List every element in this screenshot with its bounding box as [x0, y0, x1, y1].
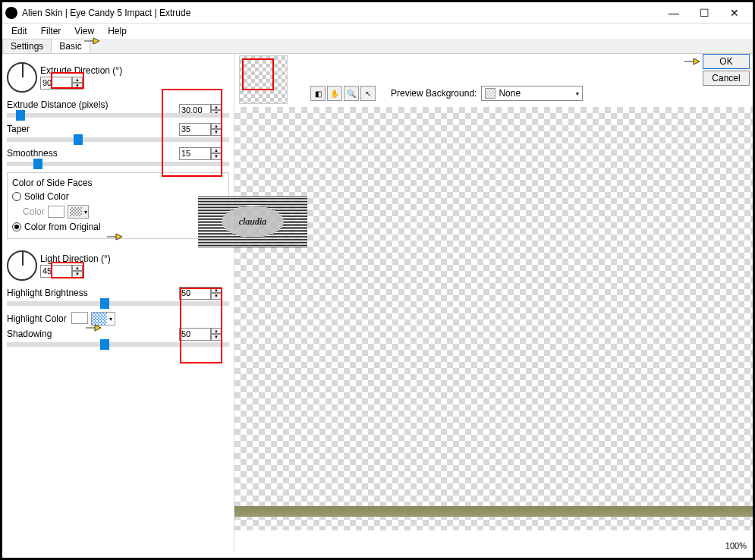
transparency-swatch-icon	[485, 88, 495, 99]
light-direction-label: Light Direction (°)	[40, 253, 111, 264]
window-title: Alien Skin | Eye Candy 5 Impact | Extrud…	[22, 8, 659, 18]
watermark: claudia	[198, 196, 307, 247]
preview-thumbnail[interactable]	[239, 55, 288, 104]
extrude-preview-shape	[234, 506, 753, 517]
preview-background-label: Preview Background:	[391, 88, 477, 99]
extrude-direction-dial[interactable]	[7, 62, 37, 93]
annotation-hand-icon	[105, 230, 124, 244]
preview-background-value: None	[499, 88, 521, 99]
cancel-button[interactable]: Cancel	[703, 71, 750, 86]
menu-filter[interactable]: Filter	[35, 24, 68, 38]
highlight-brightness-slider[interactable]	[7, 301, 229, 306]
shadowing-slider[interactable]	[7, 342, 229, 347]
chevron-down-icon: ▾	[576, 90, 579, 97]
highlight-color-label: Highlight Color	[7, 313, 67, 324]
color-label: Color	[23, 206, 45, 217]
menu-help[interactable]: Help	[102, 24, 133, 38]
menu-edit[interactable]: Edit	[5, 24, 33, 38]
minimize-button[interactable]: —	[659, 4, 689, 22]
shadowing-spinner[interactable]: ▲▼	[211, 328, 222, 341]
color-from-original-label: Color from Original	[24, 222, 101, 232]
menubar: Edit Filter View Help	[2, 24, 753, 39]
taper-input[interactable]	[179, 123, 211, 136]
preview-panel: ◧ ✋ 🔍 ↖ Preview Background: None ▾ OK Ca…	[234, 54, 753, 552]
side-faces-group: Color of Side Faces Solid Color Color ▾ …	[7, 172, 229, 239]
extrude-direction-spinner[interactable]: ▲▼	[72, 77, 83, 90]
smoothness-spinner[interactable]: ▲▼	[211, 147, 222, 160]
highlight-brightness-label: Highlight Brightness	[7, 288, 88, 298]
annotation-hand-icon	[84, 321, 102, 335]
side-color-dropdown[interactable]: ▾	[68, 205, 89, 219]
tab-settings[interactable]: Settings	[2, 39, 52, 53]
app-icon	[5, 7, 17, 19]
controls-panel: Extrude Direction (°) ▲▼ Extrude Distanc…	[2, 54, 234, 552]
preview-background-combo[interactable]: None ▾	[481, 86, 583, 101]
side-color-swatch[interactable]	[48, 206, 64, 218]
annotation-hand-icon	[83, 34, 101, 48]
taper-spinner[interactable]: ▲▼	[211, 123, 222, 136]
color-tool-icon[interactable]: ◧	[310, 86, 326, 101]
smoothness-slider[interactable]	[7, 162, 229, 166]
shadowing-input[interactable]	[179, 328, 211, 341]
annotation-highlight	[242, 58, 274, 90]
zoom-level: 100%	[725, 541, 747, 550]
taper-slider[interactable]	[7, 137, 229, 142]
extrude-direction-label: Extrude Direction (°)	[40, 65, 122, 76]
shadowing-label: Shadowing	[7, 329, 52, 339]
solid-color-label: Solid Color	[24, 191, 69, 202]
extrude-distance-slider[interactable]	[7, 113, 229, 118]
highlight-brightness-spinner[interactable]: ▲▼	[211, 287, 222, 300]
light-direction-spinner[interactable]: ▲▼	[72, 265, 83, 278]
smoothness-label: Smoothness	[7, 148, 58, 159]
highlight-brightness-input[interactable]	[179, 287, 211, 300]
hand-tool-icon[interactable]: ✋	[327, 86, 342, 101]
zoom-tool-icon[interactable]: 🔍	[344, 86, 359, 101]
color-from-original-radio[interactable]	[12, 222, 21, 231]
pointer-tool-icon[interactable]: ↖	[360, 86, 376, 101]
maximize-button[interactable]: ☐	[689, 4, 719, 22]
side-faces-group-label: Color of Side Faces	[12, 178, 224, 188]
titlebar: Alien Skin | Eye Candy 5 Impact | Extrud…	[2, 2, 753, 24]
ok-button[interactable]: OK	[703, 54, 750, 69]
light-direction-input[interactable]	[40, 265, 72, 278]
tabs: Settings Basic	[2, 39, 753, 54]
solid-color-radio[interactable]	[12, 192, 21, 201]
preview-canvas[interactable]	[234, 107, 753, 530]
light-direction-dial[interactable]	[7, 250, 37, 281]
extrude-direction-input[interactable]	[40, 77, 72, 90]
taper-label: Taper	[7, 124, 30, 134]
smoothness-input[interactable]	[179, 147, 211, 160]
close-button[interactable]: ✕	[719, 4, 750, 22]
annotation-hand-icon	[683, 55, 701, 68]
